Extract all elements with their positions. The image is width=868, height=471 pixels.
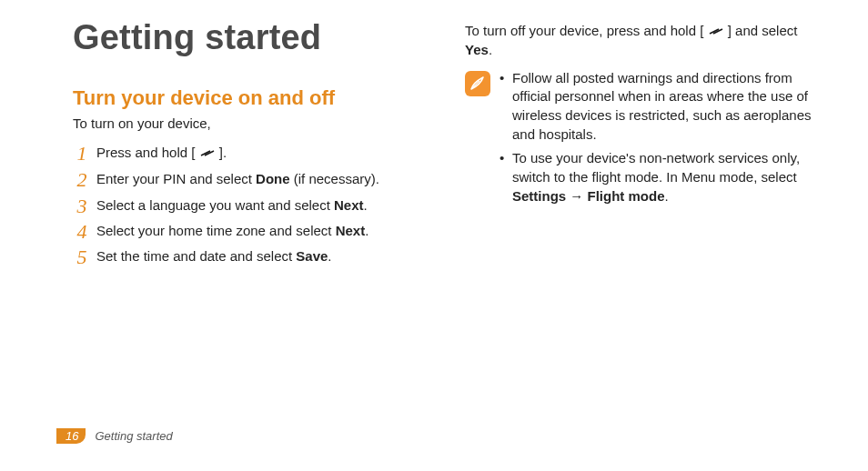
step-text: . (364, 197, 368, 213)
step-bold: Save (296, 248, 328, 264)
note-block: Follow all posted warnings and direction… (465, 69, 813, 212)
power-key-icon (199, 145, 216, 163)
step-number: 3 (73, 193, 91, 220)
step-number: 5 (73, 244, 91, 271)
step-text: . (365, 223, 368, 238)
note-bullet: To use your device's non-network service… (500, 149, 813, 205)
steps-list: 1 Press and hold [ ]. 2 Enter your PIN a… (73, 140, 421, 269)
step-item: 1 Press and hold [ ]. (73, 140, 421, 166)
step-text: ]. (219, 145, 227, 160)
step-item: 4 Select your home time zone and select … (73, 218, 421, 244)
step-bold: Next (334, 197, 364, 213)
power-key-icon (708, 23, 724, 41)
step-item: 2 Enter your PIN and select Done (if nec… (73, 166, 421, 192)
page-footer: 16 Getting started (56, 428, 173, 444)
step-number: 1 (73, 140, 91, 167)
step-text: Press and hold [ (96, 145, 195, 160)
note-icon (465, 71, 490, 96)
step-bold: Next (336, 223, 366, 238)
step-number: 4 (73, 218, 91, 246)
step-bold: Done (256, 171, 290, 186)
section-heading: Turn your device on and off (73, 86, 421, 110)
step-number: 2 (73, 166, 91, 194)
note-bullets: Follow all posted warnings and direction… (500, 69, 813, 212)
note-bullet: Follow all posted warnings and direction… (500, 69, 813, 145)
step-text: Enter your PIN and select (96, 171, 256, 186)
step-text: (if necessary). (290, 171, 379, 186)
section-lead: To turn on your device, (73, 115, 421, 131)
turn-off-instruction: To turn off your device, press and hold … (465, 22, 813, 60)
step-text: Select your home time zone and select (96, 223, 336, 238)
page-number-badge: 16 (56, 428, 86, 444)
step-item: 3 Select a language you want and select … (73, 193, 421, 218)
step-text: Select a language you want and select (96, 197, 334, 213)
chapter-title: Getting started (73, 18, 421, 57)
step-text: . (328, 248, 331, 264)
footer-chapter-label: Getting started (95, 429, 172, 443)
step-item: 5 Set the time and date and select Save. (73, 244, 421, 269)
step-text: Set the time and date and select (96, 248, 296, 264)
